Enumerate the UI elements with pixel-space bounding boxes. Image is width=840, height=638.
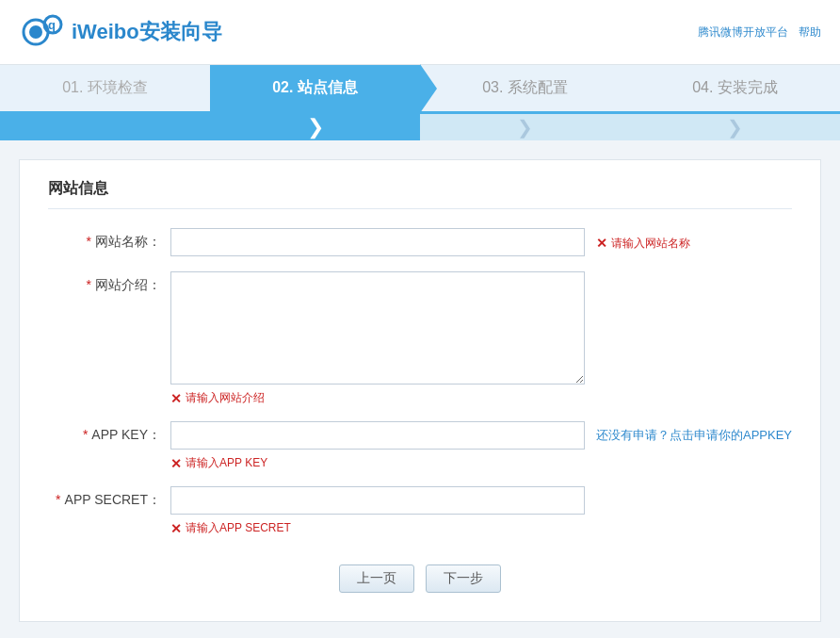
- site-intro-field-wrapper: ✕ 请输入网站介绍: [170, 271, 585, 406]
- site-intro-input[interactable]: [170, 271, 585, 384]
- app-key-hint-link[interactable]: 还没有申请？点击申请你的APPKEY: [596, 427, 792, 444]
- site-name-row: *网站名称： ✕ 请输入网站名称: [48, 228, 792, 256]
- button-row: 上一页 下一步: [48, 564, 792, 593]
- site-name-error: ✕ 请输入网站名称: [596, 236, 690, 252]
- logo-text: iWeibo安装向导: [72, 18, 222, 46]
- site-name-input[interactable]: [170, 228, 585, 256]
- prev-button[interactable]: 上一页: [339, 564, 414, 593]
- step-nav: 01. 环境检查 02. 站点信息 03. 系统配置 04. 安装完成: [0, 65, 840, 114]
- site-name-field-wrapper: ✕ 请输入网站名称: [170, 228, 690, 256]
- section-title: 网站信息: [48, 179, 792, 209]
- app-key-row: *APP KEY： 还没有申请？点击申请你的APPKEY ✕ 请输入APP KE…: [48, 421, 792, 471]
- next-button[interactable]: 下一步: [426, 564, 501, 593]
- site-intro-error-icon: ✕: [170, 391, 182, 406]
- app-key-error-icon: ✕: [170, 456, 182, 471]
- app-secret-row: *APP SECRET： ✕ 请输入APP SECRET: [48, 486, 792, 536]
- arrow-2: ❯: [210, 114, 420, 140]
- site-intro-row: *网站介绍： ✕ 请输入网站介绍: [48, 271, 792, 406]
- app-key-error: ✕ 请输入APP KEY: [170, 455, 792, 471]
- platform-link[interactable]: 腾讯微博开放平台: [698, 25, 788, 39]
- site-intro-label: *网站介绍：: [48, 271, 170, 294]
- app-secret-error-icon: ✕: [170, 521, 182, 536]
- step-1: 01. 环境检查: [0, 65, 210, 111]
- site-intro-error: ✕ 请输入网站介绍: [170, 390, 585, 406]
- app-secret-input[interactable]: [170, 486, 585, 515]
- arrow-1: [0, 114, 210, 140]
- svg-text:q: q: [48, 18, 56, 32]
- main-content: 网站信息 *网站名称： ✕ 请输入网站名称 *网站介绍： ✕ 请输入网站介绍: [19, 159, 821, 622]
- site-name-label: *网站名称：: [48, 228, 170, 251]
- arrow-3: ❯: [420, 114, 630, 140]
- app-secret-field-wrapper: ✕ 请输入APP SECRET: [170, 486, 585, 536]
- header: q iWeibo安装向导 腾讯微博开放平台 帮助: [0, 0, 840, 65]
- step-2: 02. 站点信息: [210, 65, 420, 111]
- logo-area: q iWeibo安装向导: [19, 9, 222, 55]
- help-link[interactable]: 帮助: [799, 25, 821, 39]
- app-secret-error: ✕ 请输入APP SECRET: [170, 520, 585, 536]
- step-3: 03. 系统配置: [420, 65, 630, 111]
- header-links: 腾讯微博开放平台 帮助: [690, 25, 821, 41]
- logo-icon: q: [19, 9, 64, 55]
- app-secret-label: *APP SECRET：: [48, 486, 170, 509]
- step-4: 04. 安装完成: [630, 65, 840, 111]
- app-key-input[interactable]: [170, 421, 585, 450]
- site-name-error-icon: ✕: [596, 236, 607, 251]
- arrow-4: ❯: [630, 114, 840, 140]
- arrow-row: ❯ ❯ ❯: [0, 114, 840, 140]
- app-key-field-wrapper: 还没有申请？点击申请你的APPKEY ✕ 请输入APP KEY: [170, 421, 792, 471]
- svg-point-1: [29, 25, 42, 39]
- app-key-label: *APP KEY：: [48, 421, 170, 444]
